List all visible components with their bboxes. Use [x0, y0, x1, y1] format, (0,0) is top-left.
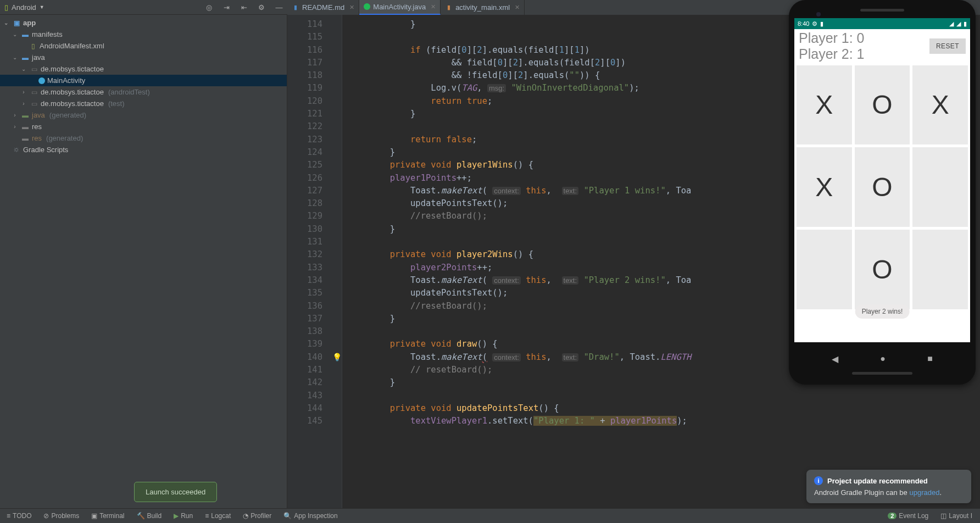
tree-manifests[interactable]: ⌄ ▬ manifests: [0, 29, 287, 40]
project-tree[interactable]: ⌄ ▣ app ⌄ ▬ manifests ▯ AndroidManifest.…: [0, 15, 287, 508]
tab-label: MainActivity.java: [373, 3, 426, 11]
cell-4[interactable]: O: [855, 147, 910, 227]
tree-gradle-scripts[interactable]: ⛭ Gradle Scripts: [0, 144, 287, 155]
tree-app[interactable]: ⌄ ▣ app: [0, 17, 287, 29]
folder-gen-icon: ▬: [21, 134, 30, 143]
bottom-run[interactable]: ▶Run: [169, 512, 197, 520]
toast: Player 2 wins!: [855, 304, 910, 319]
folder-icon: ▬: [21, 30, 30, 39]
notification-popup[interactable]: i Project update recommended Android Gra…: [806, 470, 971, 503]
cell-5[interactable]: [912, 147, 968, 227]
chevron-down-icon[interactable]: ⌄: [11, 54, 19, 60]
chevron-right-icon[interactable]: ›: [20, 101, 27, 107]
battery-icon: ▮: [964, 20, 967, 27]
close-icon[interactable]: ✕: [515, 4, 520, 11]
cell-7[interactable]: O: [855, 230, 910, 309]
status-time: 8:40: [798, 20, 809, 27]
wifi-icon: ◢: [949, 20, 954, 27]
list-icon: ≡: [7, 512, 10, 520]
project-view-selector[interactable]: Android: [12, 3, 36, 12]
chevron-down-icon[interactable]: ▼: [40, 4, 44, 10]
tree-pkg-test[interactable]: › ▭ de.mobsys.tictactoe (test): [0, 98, 287, 109]
event-count-badge: 2: [888, 513, 897, 519]
notification-body: Android Gradle Plugin can be upgraded.: [814, 488, 964, 497]
hammer-icon: 🔨: [137, 512, 145, 520]
bottom-app-inspection[interactable]: 🔍App Inspection: [279, 512, 342, 520]
bottom-layout-inspector[interactable]: ◫Layout I: [936, 512, 977, 520]
collapse-icon[interactable]: ⇥: [221, 2, 231, 12]
xml-file-icon: ▯: [29, 42, 37, 51]
tree-androidmanifest[interactable]: ▯ AndroidManifest.xml: [0, 40, 287, 52]
tree-pkg-androidtest[interactable]: › ▭ de.mobsys.tictactoe (androidTest): [0, 86, 287, 98]
gradle-icon: ⛭: [12, 146, 21, 154]
close-icon[interactable]: ✕: [431, 3, 436, 10]
nav-back-icon[interactable]: ◀: [832, 354, 838, 364]
folder-gen-icon: ▬: [21, 111, 30, 120]
java-class-icon: [364, 3, 370, 10]
fold-column[interactable]: [332, 15, 342, 508]
chevron-right-icon[interactable]: ›: [11, 124, 19, 130]
cell-1[interactable]: O: [855, 65, 910, 145]
nav-home-icon[interactable]: ●: [880, 354, 886, 364]
inspect-icon: 🔍: [283, 512, 292, 520]
android-robot-icon: ▯: [4, 3, 8, 12]
emulator-window[interactable]: 8:40 ⚙ ▮ ◢ ◢ ▮ Player 1: 0 Player 2: 1 R…: [789, 0, 976, 385]
layout-icon: ◫: [940, 512, 946, 520]
minimize-icon[interactable]: —: [274, 2, 284, 12]
bottom-problems[interactable]: ⊘Problems: [39, 512, 83, 520]
phone-handle-icon: [852, 372, 912, 375]
cell-8[interactable]: [912, 230, 968, 309]
module-icon: ▣: [12, 19, 21, 27]
phone-screen[interactable]: 8:40 ⚙ ▮ ◢ ◢ ▮ Player 1: 0 Player 2: 1 R…: [794, 18, 970, 342]
chevron-down-icon[interactable]: ⌄: [20, 66, 27, 72]
settings-gear-icon[interactable]: ⚙: [257, 2, 266, 12]
gutter: 1141151161171181191201211221231241251261…: [287, 15, 332, 508]
bottom-build[interactable]: 🔨Build: [132, 512, 166, 520]
tree-res-gen[interactable]: ▬ res (generated): [0, 132, 287, 144]
bottom-terminal[interactable]: ▣Terminal: [87, 512, 129, 520]
bottom-event-log[interactable]: 2 Event Log: [883, 512, 933, 520]
info-icon: i: [814, 476, 823, 485]
package-icon: ▭: [30, 88, 38, 97]
bottom-profiler[interactable]: ◔Profiler: [238, 512, 276, 520]
player2-score: Player 2: 1: [799, 46, 926, 62]
android-nav-bar: ◀ ● ■: [794, 349, 970, 369]
chevron-right-icon[interactable]: ›: [20, 89, 27, 95]
tab-readme[interactable]: ▮ README.md ✕: [287, 0, 359, 15]
launch-succeeded-popup: Launch succeeded: [134, 482, 217, 502]
tab-mainactivity[interactable]: MainActivity.java ✕: [359, 0, 441, 15]
target-icon[interactable]: ◎: [204, 2, 214, 12]
nav-recent-icon[interactable]: ■: [927, 354, 933, 364]
package-icon: ▭: [30, 99, 38, 108]
cell-6[interactable]: [797, 230, 852, 309]
cell-3[interactable]: X: [797, 147, 852, 227]
upgrade-link[interactable]: upgraded: [909, 488, 939, 497]
warning-icon: ⊘: [43, 512, 49, 520]
reset-button[interactable]: RESET: [929, 38, 966, 54]
expand-icon[interactable]: ⇤: [239, 2, 249, 12]
phone-speaker-icon: [860, 9, 904, 12]
xml-file-icon: ▮: [445, 3, 453, 11]
tree-mainactivity[interactable]: MainActivity: [0, 75, 287, 86]
tab-label: README.md: [302, 3, 344, 12]
player1-score: Player 1: 0: [799, 30, 926, 46]
tree-res[interactable]: › ▬ res: [0, 121, 287, 132]
play-icon: ▶: [174, 512, 179, 520]
close-icon[interactable]: ✕: [349, 4, 354, 11]
markdown-file-icon: ▮: [292, 3, 299, 11]
tree-pkg-main[interactable]: ⌄ ▭ de.mobsys.tictactoe: [0, 63, 287, 75]
bottom-logcat[interactable]: ≡Logcat: [201, 512, 235, 520]
notification-title-row: i Project update recommended: [814, 476, 964, 485]
cell-0[interactable]: X: [797, 65, 852, 145]
chevron-down-icon[interactable]: ⌄: [11, 31, 19, 37]
cell-2[interactable]: X: [912, 65, 968, 145]
chevron-right-icon[interactable]: ›: [11, 112, 19, 118]
chevron-down-icon[interactable]: ⌄: [2, 20, 10, 26]
folder-icon: ▬: [21, 53, 30, 62]
tree-java-gen[interactable]: › ▬ java (generated): [0, 109, 287, 121]
intention-bulb-icon[interactable]: 💡: [332, 351, 342, 364]
tree-java[interactable]: ⌄ ▬ java: [0, 52, 287, 63]
bottom-todo[interactable]: ≡TODO: [2, 512, 36, 520]
tab-label: activity_main.xml: [455, 3, 510, 12]
tab-activity-main-xml[interactable]: ▮ activity_main.xml ✕: [441, 0, 525, 15]
